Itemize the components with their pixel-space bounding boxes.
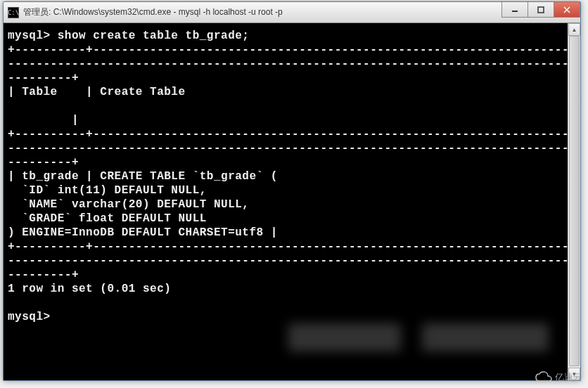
minimize-icon	[511, 6, 518, 13]
terminal-line: mysql> show create table tb_grade;	[8, 30, 249, 42]
brand-watermark: 亿速云	[535, 371, 582, 384]
terminal-line: ----------------------------------------…	[8, 58, 580, 70]
terminal-line: ---------+	[8, 269, 79, 281]
scrollbar[interactable]: ▲ ▼	[568, 23, 580, 380]
cloud-icon	[535, 371, 552, 384]
terminal-line: |	[8, 114, 79, 127]
terminal-line: ---------+	[8, 156, 79, 169]
terminal-line: ---------+	[8, 72, 79, 84]
close-icon	[563, 6, 570, 13]
terminal-line: ) ENGINE=InnoDB DEFAULT CHARSET=utf8 |	[8, 226, 278, 239]
terminal-line: +----------+----------------------------…	[8, 128, 580, 141]
terminal-line: +----------+----------------------------…	[8, 44, 580, 56]
watermark-blur	[288, 323, 401, 351]
app-icon: C:\	[8, 7, 19, 18]
terminal-line: `GRADE` float DEFAULT NULL	[8, 212, 207, 225]
scroll-thumb[interactable]	[569, 36, 580, 366]
terminal-line: ----------------------------------------…	[8, 142, 580, 155]
close-button[interactable]	[554, 2, 580, 18]
watermark-blur	[422, 323, 549, 351]
terminal-line: +----------+----------------------------…	[8, 240, 580, 253]
terminal-line: ----------------------------------------…	[8, 254, 580, 267]
app-icon-label: C:\	[8, 9, 19, 16]
terminal-line: | tb_grade | CREATE TABLE `tb_grade` (	[8, 170, 278, 183]
brand-text: 亿速云	[555, 371, 582, 384]
terminal-line: `NAME` varchar(20) DEFAULT NULL,	[8, 198, 249, 211]
terminal-line: | Table | Create Table	[8, 86, 186, 98]
maximize-button[interactable]	[528, 2, 554, 18]
minimize-button[interactable]	[501, 2, 528, 18]
maximize-icon	[537, 6, 544, 13]
svg-rect-1	[538, 7, 544, 13]
scroll-up-button[interactable]: ▲	[568, 23, 580, 36]
terminal-line: 1 row in set (0.01 sec)	[8, 283, 171, 295]
terminal-line: `ID` int(11) DEFAULT NULL,	[8, 184, 207, 197]
terminal-line: mysql>	[8, 311, 51, 323]
window-title: 管理员: C:\Windows\system32\cmd.exe - mysql…	[23, 6, 283, 18]
window-controls	[502, 2, 580, 18]
titlebar[interactable]: C:\ 管理员: C:\Windows\system32\cmd.exe - m…	[4, 2, 580, 23]
